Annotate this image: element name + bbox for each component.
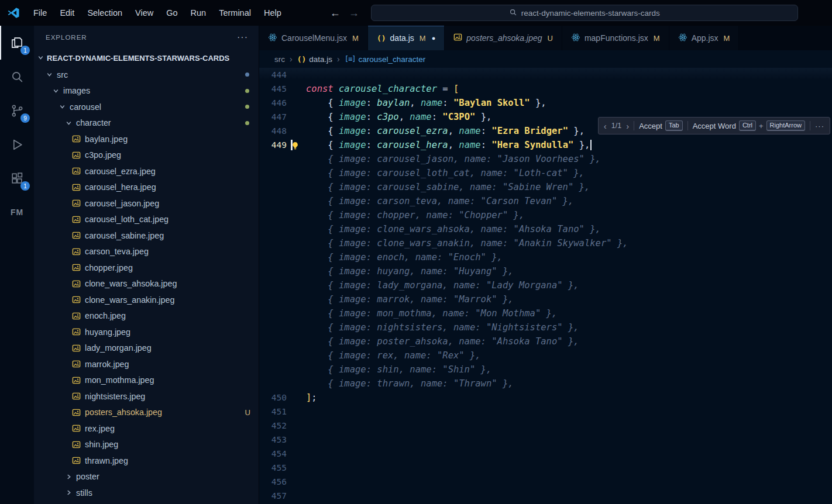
ghost-line[interactable]: { image: nightsisters, name: "Nightsiste…: [259, 320, 832, 334]
tree-file-nightsisters.jpeg[interactable]: nightsisters.jpeg: [34, 388, 259, 405]
tree-file-clone_wars_ahsoka.jpeg[interactable]: clone_wars_ahsoka.jpeg: [34, 276, 259, 292]
code-line[interactable]: 451: [259, 405, 832, 419]
tree-item-label: carson_teva.jpeg: [85, 247, 149, 256]
ghost-line[interactable]: { image: rex, name: "Rex" },: [259, 348, 832, 363]
tree-folder-images[interactable]: images: [34, 83, 259, 99]
tree-root-folder[interactable]: REACT-DYNAMIC-ELEMENTS-STARWARS-CARDS: [34, 49, 259, 67]
breadcrumb-item-carousel_character[interactable]: [≡]carousel_character: [345, 55, 426, 64]
accept-word-button[interactable]: Accept Word Ctrl + RightArrow: [693, 120, 805, 131]
tree-file-baylan.jpeg[interactable]: baylan.jpeg: [34, 131, 259, 147]
tree-file-carousel_sabine.jpeg[interactable]: carousel_sabine.jpeg: [34, 227, 259, 244]
ghost-line[interactable]: { image: chopper, name: "Chopper" },: [259, 208, 832, 222]
breadcrumb-item-data.js[interactable]: ()data.js: [297, 55, 332, 64]
search-activity-icon[interactable]: [0, 60, 34, 94]
menu-go[interactable]: Go: [160, 5, 184, 20]
code-line[interactable]: 453: [259, 433, 832, 447]
accept-suggestion-button[interactable]: Accept Tab: [639, 120, 683, 131]
next-suggestion-icon[interactable]: ›: [626, 121, 629, 131]
git-status-dot: [245, 121, 249, 125]
tab-mapFunctions.jsx[interactable]: mapFunctions.jsxM: [562, 26, 669, 50]
code-editor[interactable]: 444445const carousel_character = [446 { …: [259, 68, 832, 504]
menu-selection[interactable]: Selection: [81, 5, 129, 20]
back-arrow-icon[interactable]: ←: [330, 7, 341, 19]
code-line[interactable]: 457: [259, 489, 832, 503]
root-folder-label: REACT-DYNAMIC-ELEMENTS-STARWARS-CARDS: [47, 54, 229, 63]
ghost-line[interactable]: { image: carousel_jason, name: "Jason Vo…: [259, 152, 832, 166]
tree-folder-poster[interactable]: poster: [34, 469, 259, 485]
code-line[interactable]: 446 { image: baylan, name: "Baylan Skoll…: [259, 96, 832, 110]
tree-folder-carousel[interactable]: carousel: [34, 99, 259, 115]
tab-App.jsx[interactable]: App.jsxM: [669, 26, 740, 50]
tree-folder-stills[interactable]: stills: [34, 485, 259, 501]
tree-item-label: character: [76, 118, 111, 127]
code-line[interactable]: 452: [259, 419, 832, 433]
tab-data.js[interactable]: ()data.jsM●: [368, 26, 445, 50]
ghost-line[interactable]: { image: poster_ahsoka, name: "Ahsoka Ta…: [259, 334, 832, 348]
tree-file-c3po.jpeg[interactable]: c3po.jpeg: [34, 147, 259, 164]
tree-file-posters_ahsoka.jpeg[interactable]: posters_ahsoka.jpegU: [34, 405, 259, 421]
tree-file-clone_wars_anakin.jpeg[interactable]: clone_wars_anakin.jpeg: [34, 292, 259, 308]
image-file-icon: [72, 295, 81, 304]
breadcrumb-label: src: [274, 55, 285, 64]
source-control-activity-icon[interactable]: 9: [0, 94, 34, 127]
ghost-line[interactable]: { image: lady_morgana, name: "Lady Morga…: [259, 278, 832, 292]
ghost-line[interactable]: { image: shin, name: "Shin" },: [259, 363, 832, 377]
command-center-search[interactable]: react-dynamic-elements-starwars-cards: [371, 5, 798, 21]
tree-file-shin.jpeg[interactable]: shin.jpeg: [34, 437, 259, 453]
menu-view[interactable]: View: [129, 5, 160, 20]
menu-run[interactable]: Run: [184, 5, 213, 20]
code-line[interactable]: 455: [259, 461, 832, 475]
previous-suggestion-icon[interactable]: ‹: [604, 121, 607, 131]
ghost-line[interactable]: { image: huyang, name: "Huyang" },: [259, 264, 832, 278]
forward-arrow-icon[interactable]: →: [349, 7, 359, 19]
ghost-line[interactable]: { image: carousel_loth_cat, name: "Loth-…: [259, 166, 832, 180]
tree-file-thrawn.jpeg[interactable]: thrawn.jpeg: [34, 453, 259, 469]
ghost-line[interactable]: { image: enoch, name: "Enoch" },: [259, 250, 832, 264]
tree-file-carousel_loth_cat.jpeg[interactable]: carousel_loth_cat.jpeg: [34, 212, 259, 228]
line-content: { image: carousel_jason, name: "Jason Vo…: [287, 152, 832, 166]
more-suggest-actions-icon[interactable]: ···: [815, 122, 824, 130]
tree-file-carousel_jason.jpeg[interactable]: carousel_jason.jpeg: [34, 195, 259, 212]
code-line[interactable]: 445const carousel_character = [: [259, 82, 832, 96]
code-line[interactable]: 454: [259, 447, 832, 461]
menu-terminal[interactable]: Terminal: [212, 5, 257, 20]
tree-file-chopper.jpeg[interactable]: chopper.jpeg: [34, 260, 259, 276]
code-line[interactable]: 449 { image: carousel_hera, name: "Hera …: [259, 138, 832, 152]
dirty-indicator[interactable]: ●: [432, 34, 436, 42]
tab-posters_ahsoka.jpeg[interactable]: posters_ahsoka.jpegU: [445, 26, 562, 50]
code-line[interactable]: 444: [259, 68, 832, 82]
image-icon: [453, 33, 462, 43]
ghost-line[interactable]: { image: mon_mothma, name: "Mon Mothma" …: [259, 306, 832, 320]
menu-file[interactable]: File: [27, 5, 53, 20]
tree-file-lady_morgan.jpeg[interactable]: lady_morgan.jpeg: [34, 340, 259, 357]
ghost-line[interactable]: { image: clone_wars_anakin, name: "Anaki…: [259, 236, 832, 250]
ghost-line[interactable]: { image: clone_wars_ahsoka, name: "Ahsok…: [259, 222, 832, 236]
tree-folder-character[interactable]: character: [34, 115, 259, 132]
ghost-line[interactable]: { image: carson_teva, name: "Carson Teva…: [259, 194, 832, 208]
tree-file-rex.jpeg[interactable]: rex.jpeg: [34, 420, 259, 437]
tree-file-carousel_ezra.jpeg[interactable]: carousel_ezra.jpeg: [34, 163, 259, 179]
more-actions-icon[interactable]: ···: [237, 32, 248, 43]
tree-folder-src[interactable]: src: [34, 67, 259, 83]
tree-file-carousel_hera.jpeg[interactable]: carousel_hera.jpeg: [34, 179, 259, 196]
code-line[interactable]: 456: [259, 475, 832, 489]
ghost-line[interactable]: { image: carousel_sabine, name: "Sabine …: [259, 180, 832, 194]
fm-extension-activity-icon[interactable]: FM: [0, 195, 34, 229]
line-content: [287, 433, 832, 447]
code-line[interactable]: 450];: [259, 391, 832, 405]
menu-help[interactable]: Help: [257, 5, 288, 20]
tree-file-mon_mothma.jpeg[interactable]: mon_mothma.jpeg: [34, 372, 259, 389]
tree-file-carson_teva.jpeg[interactable]: carson_teva.jpeg: [34, 244, 259, 260]
tree-file-marrok.jpeg[interactable]: marrok.jpeg: [34, 356, 259, 372]
menu-edit[interactable]: Edit: [53, 5, 81, 20]
tree-file-enoch.jpeg[interactable]: enoch.jpeg: [34, 308, 259, 325]
tab-CarouselMenu.jsx[interactable]: CarouselMenu.jsxM: [259, 26, 368, 50]
ghost-line[interactable]: { image: marrok, name: "Marrok" },: [259, 292, 832, 306]
run-debug-activity-icon[interactable]: [0, 127, 34, 161]
extensions-activity-icon[interactable]: 1: [0, 161, 34, 195]
tree-file-huyang.jpeg[interactable]: huyang.jpeg: [34, 324, 259, 340]
line-content: { image: enoch, name: "Enoch" },: [287, 250, 832, 264]
breadcrumb-item-src[interactable]: src: [274, 55, 285, 64]
explorer-activity-icon[interactable]: 1: [0, 26, 34, 60]
ghost-line[interactable]: { image: thrawn, name: "Thrawn" },: [259, 377, 832, 391]
